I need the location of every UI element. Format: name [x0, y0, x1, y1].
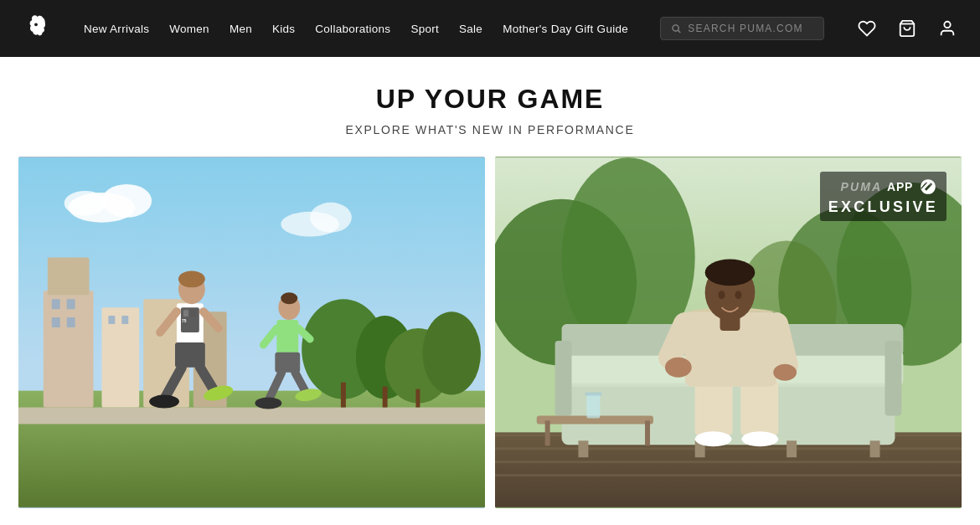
nav-link-sport[interactable]: Sport: [402, 18, 447, 40]
badge-top-row: PUMA APP: [840, 177, 938, 197]
svg-rect-15: [67, 317, 75, 327]
badge-exclusive-label: EXCLUSIVE: [828, 198, 938, 216]
nav-icon-group: [854, 16, 960, 41]
nav-link-kids[interactable]: Kids: [264, 18, 303, 40]
svg-point-90: [773, 364, 797, 381]
svg-rect-82: [695, 381, 733, 435]
badge-app-label: APP: [887, 180, 913, 193]
cart-button[interactable]: [895, 16, 920, 41]
svg-point-93: [719, 291, 725, 299]
nav-link-mothers-day[interactable]: Mother's Day Gift Guide: [494, 18, 637, 40]
svg-rect-72: [885, 341, 901, 416]
svg-point-27: [64, 191, 106, 216]
nav-link-sale[interactable]: Sale: [451, 18, 491, 40]
svg-point-92: [705, 259, 756, 286]
svg-point-26: [101, 184, 152, 218]
search-input[interactable]: [688, 23, 813, 34]
svg-rect-63: [495, 447, 962, 450]
svg-rect-12: [52, 299, 60, 309]
svg-rect-81: [585, 393, 601, 396]
svg-rect-95: [720, 316, 740, 331]
svg-rect-14: [52, 317, 60, 327]
nav-link-collaborations[interactable]: Collaborations: [307, 18, 399, 40]
account-button[interactable]: [935, 16, 960, 41]
svg-point-85: [741, 431, 778, 446]
puma-logo-icon: [20, 11, 52, 43]
svg-rect-33: [191, 310, 196, 317]
svg-rect-71: [555, 341, 572, 416]
nav-links: New Arrivals Women Men Kids Collaboratio…: [75, 18, 637, 40]
svg-rect-83: [740, 381, 778, 435]
svg-rect-13: [67, 299, 75, 309]
svg-point-84: [695, 431, 732, 446]
svg-rect-73: [578, 440, 588, 457]
svg-rect-78: [545, 420, 550, 445]
svg-rect-8: [48, 257, 90, 295]
hero-subtitle: EXPLORE WHAT'S NEW IN PERFORMANCE: [17, 123, 963, 136]
hero-section: UP YOUR GAME EXPLORE WHAT'S NEW IN PERFO…: [0, 57, 980, 157]
svg-point-37: [178, 270, 205, 287]
nav-link-women[interactable]: Women: [161, 18, 218, 40]
wishlist-button[interactable]: [854, 16, 879, 41]
nav-link-new-arrivals[interactable]: New Arrivals: [75, 18, 157, 40]
svg-point-53: [255, 398, 281, 409]
svg-rect-17: [121, 316, 128, 324]
puma-badge-logo: [918, 177, 938, 197]
svg-rect-79: [645, 420, 650, 445]
svg-line-88: [776, 324, 787, 366]
svg-point-29: [310, 203, 352, 233]
badge-puma-label: PUMA: [840, 180, 882, 193]
svg-point-0: [673, 25, 678, 31]
puma-logo[interactable]: [20, 11, 52, 46]
app-exclusive-badge: PUMA APP EXCLUSIVE: [820, 172, 946, 221]
svg-rect-44: [276, 320, 298, 355]
card-app-exclusive[interactable]: PUMA APP EXCLUSIVE: [495, 157, 962, 508]
svg-rect-80: [586, 395, 600, 419]
heart-icon: [858, 19, 876, 38]
svg-rect-32: [183, 310, 188, 317]
svg-rect-23: [415, 389, 420, 408]
nav-link-men[interactable]: Men: [221, 18, 260, 40]
product-images-row: 75: [0, 157, 980, 508]
hero-title: UP YOUR GAME: [17, 84, 963, 115]
svg-rect-76: [870, 440, 880, 457]
svg-point-3: [944, 22, 950, 28]
user-icon: [938, 19, 957, 38]
svg-text:75: 75: [182, 319, 187, 323]
card-runners[interactable]: 75: [18, 157, 485, 508]
svg-rect-9: [101, 307, 139, 407]
svg-point-89: [665, 358, 692, 378]
navbar: New Arrivals Women Men Kids Collaboratio…: [0, 0, 980, 57]
svg-rect-65: [495, 474, 962, 476]
search-icon: [671, 23, 681, 34]
svg-point-42: [149, 395, 179, 409]
svg-rect-75: [787, 440, 797, 457]
svg-point-94: [735, 291, 741, 299]
svg-rect-16: [108, 316, 115, 324]
svg-rect-64: [495, 461, 962, 463]
search-bar: [660, 17, 824, 40]
svg-point-24: [422, 311, 481, 394]
svg-rect-6: [18, 408, 485, 425]
cart-icon: [898, 19, 916, 38]
svg-line-1: [678, 30, 680, 33]
svg-rect-19: [341, 383, 346, 408]
svg-rect-21: [383, 387, 388, 408]
svg-line-87: [670, 324, 685, 358]
svg-point-47: [281, 292, 297, 304]
